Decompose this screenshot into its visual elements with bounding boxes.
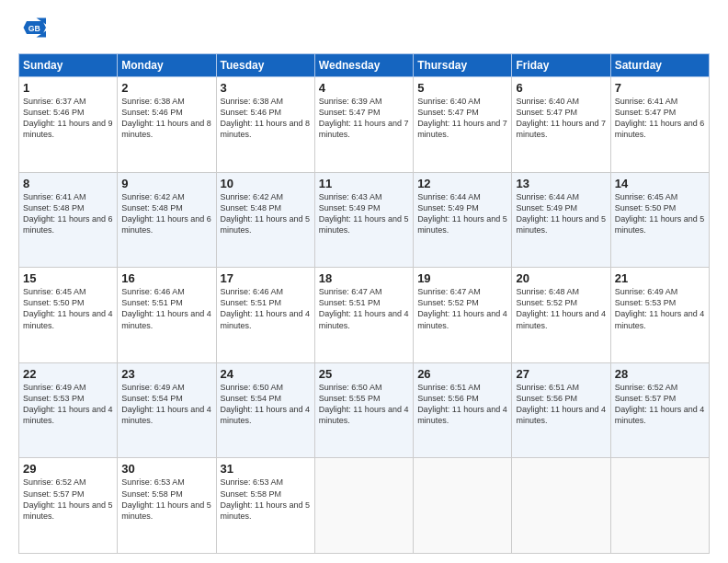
cell-details: Sunrise: 6:42 AMSunset: 5:48 PMDaylight:… xyxy=(221,191,311,236)
day-number: 24 xyxy=(221,367,311,381)
cell-details: Sunrise: 6:49 AMSunset: 5:53 PMDaylight:… xyxy=(615,286,705,331)
day-number: 2 xyxy=(121,81,211,95)
calendar-cell: 29Sunrise: 6:52 AMSunset: 5:57 PMDayligh… xyxy=(19,458,118,554)
day-number: 16 xyxy=(121,271,211,285)
day-number: 10 xyxy=(221,177,311,190)
cell-details: Sunrise: 6:39 AMSunset: 5:47 PMDaylight:… xyxy=(319,96,409,141)
day-number: 31 xyxy=(221,462,311,476)
day-number: 19 xyxy=(417,271,507,285)
day-number: 4 xyxy=(319,81,409,95)
calendar-cell: 15Sunrise: 6:45 AMSunset: 5:50 PMDayligh… xyxy=(19,268,118,363)
cell-details: Sunrise: 6:53 AMSunset: 5:58 PMDaylight:… xyxy=(221,477,311,522)
day-number: 28 xyxy=(615,367,705,381)
calendar-cell: 14Sunrise: 6:45 AMSunset: 5:50 PMDayligh… xyxy=(610,172,709,268)
cell-details: Sunrise: 6:46 AMSunset: 5:51 PMDaylight:… xyxy=(221,286,311,331)
day-number: 3 xyxy=(221,81,311,95)
weekday-header-saturday: Saturday xyxy=(610,54,709,77)
page: GB SundayMondayTuesdayWednesdayThursdayF… xyxy=(0,0,728,563)
calendar-cell: 23Sunrise: 6:49 AMSunset: 5:54 PMDayligh… xyxy=(118,362,216,458)
day-number: 21 xyxy=(615,271,705,285)
cell-details: Sunrise: 6:38 AMSunset: 5:46 PMDaylight:… xyxy=(221,96,311,141)
day-number: 23 xyxy=(121,367,211,381)
logo-icon: GB xyxy=(20,15,46,40)
day-number: 9 xyxy=(121,177,211,190)
day-number: 30 xyxy=(121,462,211,476)
cell-details: Sunrise: 6:50 AMSunset: 5:55 PMDaylight:… xyxy=(319,382,409,427)
week-row-3: 15Sunrise: 6:45 AMSunset: 5:50 PMDayligh… xyxy=(19,268,710,363)
cell-details: Sunrise: 6:44 AMSunset: 5:49 PMDaylight:… xyxy=(516,191,606,236)
day-number: 20 xyxy=(516,271,606,285)
day-number: 6 xyxy=(516,81,606,95)
calendar-cell: 19Sunrise: 6:47 AMSunset: 5:52 PMDayligh… xyxy=(414,268,512,363)
calendar-cell: 25Sunrise: 6:50 AMSunset: 5:55 PMDayligh… xyxy=(314,362,413,458)
week-row-2: 8Sunrise: 6:41 AMSunset: 5:48 PMDaylight… xyxy=(19,172,710,268)
header: GB xyxy=(18,15,710,44)
calendar-cell: 28Sunrise: 6:52 AMSunset: 5:57 PMDayligh… xyxy=(610,362,709,458)
calendar-cell: 12Sunrise: 6:44 AMSunset: 5:49 PMDayligh… xyxy=(414,172,512,268)
day-number: 7 xyxy=(615,81,705,95)
cell-details: Sunrise: 6:40 AMSunset: 5:47 PMDaylight:… xyxy=(516,96,606,141)
calendar-cell: 20Sunrise: 6:48 AMSunset: 5:52 PMDayligh… xyxy=(512,268,610,363)
cell-details: Sunrise: 6:52 AMSunset: 5:57 PMDaylight:… xyxy=(615,382,705,427)
calendar-cell xyxy=(610,458,709,554)
weekday-header-thursday: Thursday xyxy=(414,54,512,77)
calendar-cell: 13Sunrise: 6:44 AMSunset: 5:49 PMDayligh… xyxy=(512,172,610,268)
day-number: 11 xyxy=(319,177,409,190)
weekday-header-friday: Friday xyxy=(512,54,610,77)
calendar-cell: 8Sunrise: 6:41 AMSunset: 5:48 PMDaylight… xyxy=(19,172,118,268)
calendar-cell: 27Sunrise: 6:51 AMSunset: 5:56 PMDayligh… xyxy=(512,362,610,458)
calendar-cell: 17Sunrise: 6:46 AMSunset: 5:51 PMDayligh… xyxy=(216,268,314,363)
calendar-cell: 6Sunrise: 6:40 AMSunset: 5:47 PMDaylight… xyxy=(512,77,610,173)
calendar-cell: 18Sunrise: 6:47 AMSunset: 5:51 PMDayligh… xyxy=(314,268,413,363)
cell-details: Sunrise: 6:42 AMSunset: 5:48 PMDaylight:… xyxy=(121,191,211,236)
cell-details: Sunrise: 6:51 AMSunset: 5:56 PMDaylight:… xyxy=(516,382,606,427)
week-row-5: 29Sunrise: 6:52 AMSunset: 5:57 PMDayligh… xyxy=(19,458,710,554)
week-row-1: 1Sunrise: 6:37 AMSunset: 5:46 PMDaylight… xyxy=(19,77,710,173)
day-number: 8 xyxy=(23,177,113,190)
calendar-cell: 5Sunrise: 6:40 AMSunset: 5:47 PMDaylight… xyxy=(414,77,512,173)
day-number: 5 xyxy=(417,81,507,95)
cell-details: Sunrise: 6:41 AMSunset: 5:48 PMDaylight:… xyxy=(23,191,113,236)
cell-details: Sunrise: 6:51 AMSunset: 5:56 PMDaylight:… xyxy=(417,382,507,427)
day-number: 1 xyxy=(23,81,113,95)
weekday-header-tuesday: Tuesday xyxy=(216,54,314,77)
cell-details: Sunrise: 6:49 AMSunset: 5:54 PMDaylight:… xyxy=(121,382,211,427)
day-number: 26 xyxy=(417,367,507,381)
calendar-cell: 22Sunrise: 6:49 AMSunset: 5:53 PMDayligh… xyxy=(19,362,118,458)
week-row-4: 22Sunrise: 6:49 AMSunset: 5:53 PMDayligh… xyxy=(19,362,710,458)
calendar-cell: 11Sunrise: 6:43 AMSunset: 5:49 PMDayligh… xyxy=(314,172,413,268)
calendar-cell: 2Sunrise: 6:38 AMSunset: 5:46 PMDaylight… xyxy=(118,77,216,173)
calendar-cell: 16Sunrise: 6:46 AMSunset: 5:51 PMDayligh… xyxy=(118,268,216,363)
calendar-cell xyxy=(314,458,413,554)
cell-details: Sunrise: 6:49 AMSunset: 5:53 PMDaylight:… xyxy=(23,382,113,427)
calendar-table: SundayMondayTuesdayWednesdayThursdayFrid… xyxy=(18,53,710,554)
day-number: 29 xyxy=(23,462,113,476)
logo: GB xyxy=(18,15,48,44)
day-number: 18 xyxy=(319,271,409,285)
cell-details: Sunrise: 6:44 AMSunset: 5:49 PMDaylight:… xyxy=(417,191,507,236)
cell-details: Sunrise: 6:52 AMSunset: 5:57 PMDaylight:… xyxy=(23,477,113,522)
day-number: 13 xyxy=(516,177,606,190)
day-number: 22 xyxy=(23,367,113,381)
day-number: 14 xyxy=(615,177,705,190)
day-number: 17 xyxy=(221,271,311,285)
cell-details: Sunrise: 6:47 AMSunset: 5:52 PMDaylight:… xyxy=(417,286,507,331)
cell-details: Sunrise: 6:48 AMSunset: 5:52 PMDaylight:… xyxy=(516,286,606,331)
calendar-cell: 9Sunrise: 6:42 AMSunset: 5:48 PMDaylight… xyxy=(118,172,216,268)
cell-details: Sunrise: 6:38 AMSunset: 5:46 PMDaylight:… xyxy=(121,96,211,141)
calendar-cell: 24Sunrise: 6:50 AMSunset: 5:54 PMDayligh… xyxy=(216,362,314,458)
calendar-cell: 4Sunrise: 6:39 AMSunset: 5:47 PMDaylight… xyxy=(314,77,413,173)
weekday-header-sunday: Sunday xyxy=(19,54,118,77)
day-number: 15 xyxy=(23,271,113,285)
cell-details: Sunrise: 6:37 AMSunset: 5:46 PMDaylight:… xyxy=(23,96,113,141)
svg-text:GB: GB xyxy=(28,24,40,33)
calendar-cell: 26Sunrise: 6:51 AMSunset: 5:56 PMDayligh… xyxy=(414,362,512,458)
cell-details: Sunrise: 6:40 AMSunset: 5:47 PMDaylight:… xyxy=(417,96,507,141)
day-number: 27 xyxy=(516,367,606,381)
calendar-cell: 10Sunrise: 6:42 AMSunset: 5:48 PMDayligh… xyxy=(216,172,314,268)
weekday-header-row: SundayMondayTuesdayWednesdayThursdayFrid… xyxy=(19,54,710,77)
day-number: 12 xyxy=(417,177,507,190)
cell-details: Sunrise: 6:45 AMSunset: 5:50 PMDaylight:… xyxy=(615,191,705,236)
cell-details: Sunrise: 6:50 AMSunset: 5:54 PMDaylight:… xyxy=(221,382,311,427)
weekday-header-monday: Monday xyxy=(118,54,216,77)
